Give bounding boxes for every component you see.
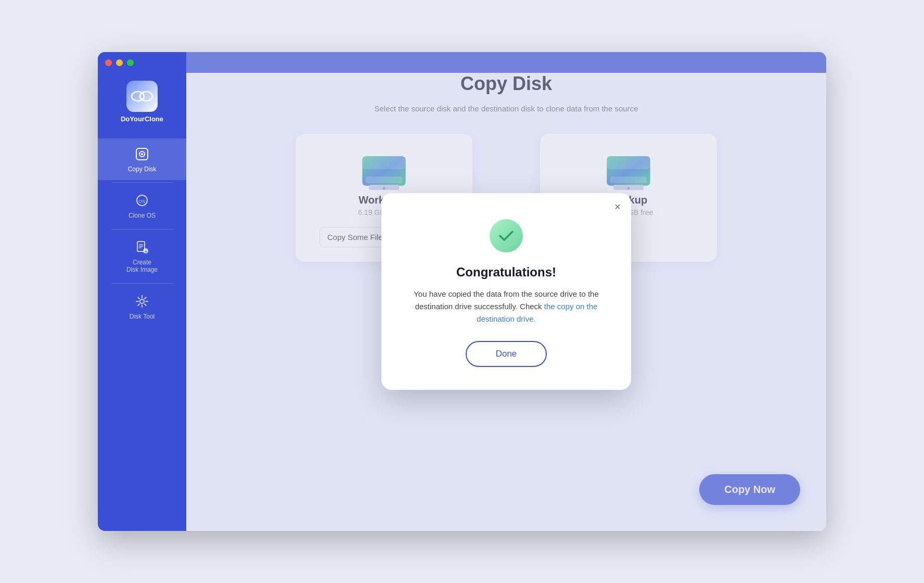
- app-logo: DoYourClone: [121, 81, 163, 123]
- app-logo-icon: [126, 81, 158, 112]
- divider-1: [111, 182, 173, 183]
- close-button[interactable]: [105, 59, 112, 66]
- sidebar-item-copy-disk[interactable]: Copy Disk: [98, 138, 186, 180]
- modal-body: You have copied the data from the source…: [407, 288, 605, 325]
- clone-os-label: Clone OS: [129, 212, 156, 219]
- minimize-button[interactable]: [116, 59, 123, 66]
- clone-os-icon: OS: [134, 192, 150, 209]
- sidebar-nav: Copy Disk OS Clone OS: [98, 138, 186, 327]
- svg-point-1: [140, 92, 152, 101]
- modal-overlay: × Congratulations! You have copied the d…: [186, 52, 826, 531]
- copy-disk-icon: [134, 146, 150, 162]
- success-check-icon: [490, 219, 523, 252]
- modal-close-button[interactable]: ×: [614, 201, 621, 212]
- modal-done-button[interactable]: Done: [466, 341, 547, 367]
- disk-tool-label: Disk Tool: [130, 313, 155, 320]
- success-modal: × Congratulations! You have copied the d…: [381, 193, 631, 390]
- divider-3: [111, 283, 173, 284]
- sidebar-item-create-disk-image[interactable]: + Create Disk Image: [98, 232, 186, 281]
- sidebar: DoYourClone Copy Disk: [98, 52, 186, 531]
- create-disk-image-icon: +: [134, 239, 150, 256]
- app-window: DoYourClone Copy Disk: [98, 52, 826, 531]
- svg-text:+: +: [145, 249, 147, 254]
- svg-point-13: [140, 299, 144, 303]
- main-content: Copy Disk Select the source disk and the…: [186, 52, 826, 531]
- svg-text:OS: OS: [138, 199, 145, 204]
- sidebar-item-clone-os[interactable]: OS Clone OS: [98, 185, 186, 226]
- create-disk-image-label: Create Disk Image: [126, 259, 158, 274]
- modal-title: Congratulations!: [456, 265, 556, 280]
- maximize-button[interactable]: [127, 59, 134, 66]
- sidebar-item-disk-tool[interactable]: Disk Tool: [98, 286, 186, 327]
- app-name-label: DoYourClone: [121, 115, 163, 123]
- disk-tool-icon: [134, 293, 150, 310]
- copy-disk-label: Copy Disk: [128, 166, 157, 173]
- svg-point-4: [141, 153, 143, 155]
- divider-2: [111, 229, 173, 230]
